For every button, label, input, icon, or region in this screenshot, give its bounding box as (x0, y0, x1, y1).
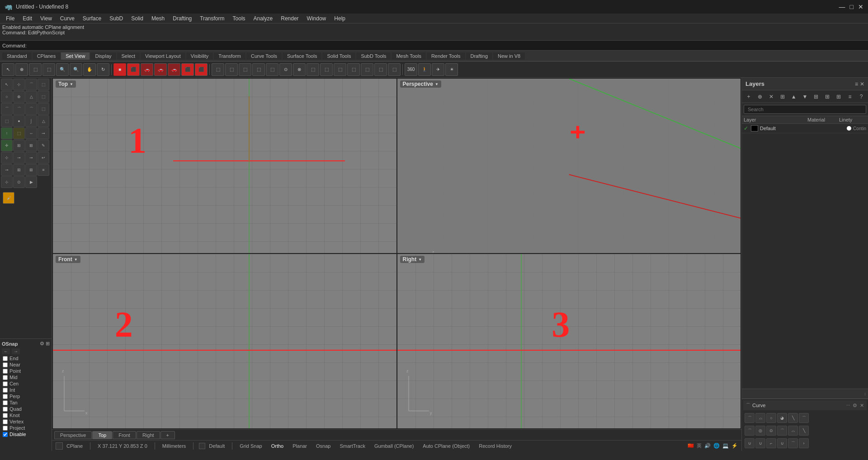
history-tool[interactable]: ↩ (38, 152, 49, 164)
layer-grid-btn[interactable]: ⊞ (834, 92, 844, 102)
toolbar-btn-s8[interactable]: ⬚ (307, 63, 319, 76)
menu-solid[interactable]: Solid (127, 14, 147, 23)
toolbar-btn-zoom-ext[interactable]: ⬚ (29, 63, 42, 76)
cplane-icon[interactable] (56, 442, 63, 450)
knot-tool[interactable]: ⊸ (25, 152, 37, 164)
curve-btn-14[interactable]: ∪ (755, 438, 765, 448)
tab-cplanes[interactable]: CPlanes (33, 52, 61, 60)
dim-tool[interactable]: ⊸ (1, 164, 13, 176)
layer-expand-btn[interactable]: ▲ (789, 92, 799, 102)
toolbar-btn-s12[interactable]: ⬚ (361, 63, 373, 76)
tab-viewport-layout[interactable]: Viewport Layout (141, 52, 185, 60)
patch-tool[interactable]: ⬚ (13, 127, 25, 139)
curve-btn-1[interactable]: ⌒ (745, 413, 755, 423)
osnap-near-check[interactable] (3, 362, 8, 367)
measure-tool[interactable]: ⊸ (38, 127, 49, 139)
osnap-filter-btn[interactable]: ⊞ (46, 341, 50, 347)
curve-btn-more[interactable]: › (799, 438, 809, 448)
perspective-dropdown-icon[interactable]: ▼ (435, 82, 439, 86)
toolbar-btn-r1[interactable]: 🚗 (141, 63, 153, 76)
layer-add-btn[interactable]: + (744, 92, 754, 102)
toolbar-btn-s11[interactable]: ⬚ (347, 63, 360, 76)
autocplane-toggle[interactable]: Auto CPlane (Object) (421, 443, 472, 449)
osnap-disable-check[interactable] (3, 432, 8, 437)
tab-subd-tools[interactable]: SubD Tools (356, 52, 391, 60)
curve-btn-16[interactable]: ∪ (777, 438, 787, 448)
curve-btn-11[interactable]: ⌓ (788, 426, 798, 436)
curve-btn-9[interactable]: ⊙ (766, 426, 776, 436)
sphere-tool[interactable]: ● (13, 115, 25, 127)
osnap-toggle[interactable]: Osnap (314, 443, 332, 449)
curve-btn-3[interactable]: ○ (766, 413, 776, 423)
layer-delete-btn[interactable]: ✕ (766, 92, 776, 102)
dim-tool-2[interactable]: ⊞ (13, 164, 25, 176)
arc-tool[interactable]: ⊕ (13, 91, 25, 103)
transform-tool[interactable]: ⊞ (13, 140, 25, 151)
edit-tool[interactable]: ✎ (38, 140, 49, 151)
move-tool[interactable]: ↔ (25, 127, 37, 139)
vp-tab-front[interactable]: Front (113, 431, 136, 439)
toolbar-btn-pan[interactable]: ✋ (83, 63, 96, 76)
units-display[interactable]: Millimeters (160, 443, 188, 449)
tab-select[interactable]: Select (117, 52, 140, 60)
toolbar-btn-r5[interactable]: ⬛ (195, 63, 208, 76)
render-tool[interactable]: ▶ (25, 176, 37, 188)
circle-tool[interactable]: ○ (1, 91, 13, 103)
toolbar-btn-1[interactable]: ↖ (2, 63, 14, 76)
dim-tool-3[interactable]: ⊞ (25, 164, 37, 176)
box-tool[interactable]: ⬚ (38, 79, 49, 90)
layer-sort-btn[interactable]: ⊞ (811, 92, 821, 102)
minimize-button[interactable]: — (839, 3, 845, 10)
toolbar-btn-s4[interactable]: ⬚ (252, 63, 265, 76)
smarttrack-toggle[interactable]: SmartTrack (338, 443, 367, 449)
layer-row-default[interactable]: ✓ Default Contin (742, 124, 868, 133)
toolbar-btn-zoom-sel[interactable]: ⬚ (42, 63, 55, 76)
toolbar-btn-s13[interactable]: ⬚ (374, 63, 387, 76)
menu-analyze[interactable]: Analyze (250, 14, 277, 23)
arc-tool-2[interactable]: ⌒ (1, 103, 13, 115)
curve-btn-10[interactable]: ⌒ (777, 426, 787, 436)
tab-display[interactable]: Display (90, 52, 116, 60)
bezier-tool[interactable]: ⬚ (38, 103, 49, 115)
toolbar-btn-r3[interactable]: 🚗 (168, 63, 180, 76)
viewport-right[interactable]: Right ▼ y z 3 (397, 254, 741, 428)
layer-filter-btn[interactable]: ⊞ (822, 92, 832, 102)
layer-collapse-btn[interactable]: ▼ (800, 92, 810, 102)
toolbar-btn-walk[interactable]: 🚶 (418, 63, 431, 76)
maximize-button[interactable]: □ (850, 3, 854, 10)
curve-btn-7[interactable]: ⌒ (745, 426, 755, 436)
toolbar-btn-s10[interactable]: ⬚ (334, 63, 346, 76)
curve-options-btn[interactable]: ··· (846, 403, 850, 408)
menu-window[interactable]: Window (303, 14, 330, 23)
camera-tool[interactable]: ⊙ (13, 176, 25, 188)
menu-curve[interactable]: Curve (57, 14, 78, 23)
toolbar-btn-line[interactable]: ⬛ (127, 63, 140, 76)
curve-btn-15[interactable]: ⌐ (766, 438, 776, 448)
osnap-int[interactable]: Int (2, 387, 50, 393)
top-dropdown-icon[interactable]: ▼ (70, 82, 73, 86)
menu-transform[interactable]: Transform (196, 14, 228, 23)
spline-tool[interactable]: ⌒ (25, 103, 37, 115)
fillet-tool[interactable]: ⌒ (25, 79, 37, 90)
osnap-project[interactable]: Project (2, 425, 50, 431)
osnap-near[interactable]: Near (2, 361, 50, 368)
menu-file[interactable]: File (2, 14, 18, 23)
polygon-tool[interactable]: △ (25, 91, 37, 103)
osnap-point-check[interactable] (3, 369, 8, 374)
curve-btn-5[interactable]: ╲ (788, 413, 798, 423)
cone-tool[interactable]: △ (38, 115, 49, 127)
command-line[interactable]: Command: (0, 41, 868, 51)
select-tool[interactable]: ↖ (1, 79, 13, 90)
osnap-perp[interactable]: Perp (2, 393, 50, 399)
layers-close-btn[interactable]: ✕ (860, 81, 864, 87)
right-label[interactable]: Right ▼ (400, 256, 425, 263)
menu-render[interactable]: Render (277, 14, 302, 23)
close-button[interactable]: ✕ (858, 3, 863, 10)
osnap-knot-check[interactable] (3, 413, 8, 418)
curve-btn-13[interactable]: ∪ (745, 438, 755, 448)
curve-settings-btn[interactable]: ⚙ (853, 403, 857, 408)
layers-search-input[interactable] (744, 105, 866, 114)
crease-tool[interactable]: ⊸ (13, 152, 25, 164)
toolbar-btn-rot[interactable]: ↻ (97, 63, 109, 76)
toolbar-btn-zoom-in[interactable]: 🔍 (56, 63, 69, 76)
